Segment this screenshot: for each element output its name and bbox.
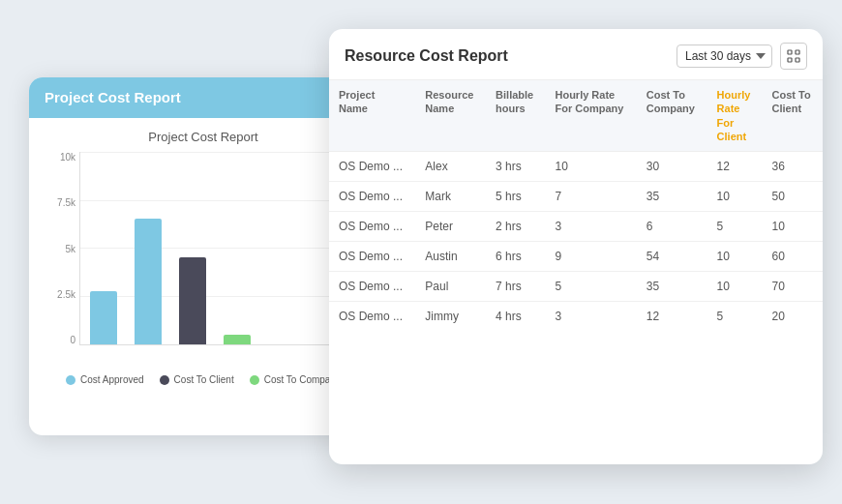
bar-group-4 (224, 335, 251, 344)
cell-billable: 6 hrs (486, 242, 545, 272)
legend-company: Cost To Company (250, 374, 341, 385)
legend-label-approved: Cost Approved (80, 374, 144, 385)
cell-project: OS Demo ... (329, 152, 415, 182)
bars-container (79, 152, 362, 345)
y-label-75k: 7.5k (57, 197, 75, 208)
table-row: OS Demo ... Mark 5 hrs 7 35 10 50 (329, 182, 823, 212)
cell-hourly-client: 5 (707, 302, 763, 332)
col-resource: ResourceName (415, 80, 486, 152)
legend-dot-approved (66, 375, 75, 385)
cell-cost-company: 54 (637, 242, 707, 272)
header-controls: Last 30 days Last 7 days Last 90 days Th… (677, 43, 807, 70)
cell-cost-company: 30 (637, 152, 707, 182)
cell-cost-company: 12 (637, 302, 707, 332)
col-cost-company: Cost ToCompany (637, 80, 707, 152)
project-card-header: Project Cost Report (29, 77, 377, 118)
cell-resource: Mark (415, 182, 486, 212)
cell-hourly-client: 10 (707, 242, 763, 272)
legend-dot-client (160, 375, 169, 385)
expand-button[interactable] (780, 43, 807, 70)
expand-icon (787, 49, 800, 63)
table-row: OS Demo ... Peter 2 hrs 3 6 5 10 (329, 212, 823, 242)
cell-project: OS Demo ... (329, 272, 415, 302)
y-label-25k: 2.5k (57, 289, 75, 300)
y-label-10k: 10k (60, 152, 75, 163)
cell-hourly-client: 10 (707, 182, 763, 212)
cell-cost-client: 60 (763, 242, 823, 272)
cell-hourly-company: 10 (545, 152, 636, 182)
cell-hourly-client: 10 (707, 272, 763, 302)
bar-group-1 (90, 291, 117, 344)
table-row: OS Demo ... Austin 6 hrs 9 54 10 60 (329, 242, 823, 272)
project-card-body: Project Cost Report 10k 7.5k 5k 2.5k 0 (29, 118, 377, 400)
cell-cost-client: 10 (763, 212, 823, 242)
chart-legend: Cost Approved Cost To Client Cost To Com… (45, 374, 362, 385)
legend-approved: Cost Approved (66, 374, 144, 385)
cell-billable: 7 hrs (486, 272, 545, 302)
cell-resource: Peter (415, 212, 486, 242)
cell-hourly-company: 5 (545, 272, 636, 302)
svg-rect-2 (788, 58, 792, 62)
cell-resource: Austin (415, 242, 486, 272)
cell-hourly-client: 5 (707, 212, 763, 242)
cell-resource: Paul (415, 272, 486, 302)
cell-billable: 3 hrs (486, 152, 545, 182)
cell-billable: 2 hrs (486, 212, 545, 242)
cell-cost-client: 50 (763, 182, 823, 212)
cell-resource: Jimmy (415, 302, 486, 332)
table-header: ProjectName ResourceName Billablehours H… (329, 80, 823, 152)
cell-billable: 4 hrs (486, 302, 545, 332)
cell-project: OS Demo ... (329, 302, 415, 332)
col-hourly-client: HourlyRateForClient (707, 80, 763, 152)
col-billable: Billablehours (486, 80, 545, 152)
col-project: ProjectName (329, 80, 415, 152)
legend-client: Cost To Client (160, 374, 234, 385)
cell-cost-client: 20 (763, 302, 823, 332)
cell-project: OS Demo ... (329, 212, 415, 242)
legend-dot-company (250, 375, 259, 385)
cell-project: OS Demo ... (329, 182, 415, 212)
bar-blue-2 (135, 219, 162, 344)
bar-dark-1 (179, 257, 206, 344)
cell-hourly-company: 3 (545, 302, 636, 332)
resource-table: ProjectName ResourceName Billablehours H… (329, 80, 823, 331)
chart-title: Project Cost Report (45, 130, 362, 144)
cell-cost-company: 35 (637, 272, 707, 302)
col-hourly-company: Hourly RateFor Company (545, 80, 636, 152)
col-cost-client: Cost ToClient (763, 80, 823, 152)
resource-card-header: Resource Cost Report Last 30 days Last 7… (329, 29, 823, 80)
legend-label-client: Cost To Client (174, 374, 234, 385)
cell-hourly-company: 9 (545, 242, 636, 272)
cell-cost-client: 36 (763, 152, 823, 182)
svg-rect-1 (796, 50, 799, 54)
cell-hourly-company: 7 (545, 182, 636, 212)
cell-cost-client: 70 (763, 272, 823, 302)
cell-cost-company: 6 (637, 212, 707, 242)
chart-area: 10k 7.5k 5k 2.5k 0 (45, 152, 362, 365)
bar-blue-1 (90, 291, 117, 344)
y-label-5k: 5k (65, 244, 75, 254)
table-row: OS Demo ... Alex 3 hrs 10 30 12 36 (329, 152, 823, 182)
table-row: OS Demo ... Paul 7 hrs 5 35 10 70 (329, 272, 823, 302)
date-range-dropdown[interactable]: Last 30 days Last 7 days Last 90 days Th… (677, 44, 772, 68)
svg-rect-3 (796, 58, 799, 62)
bar-group-2 (135, 219, 162, 344)
project-card-title: Project Cost Report (45, 89, 181, 105)
bar-group-3 (179, 257, 206, 344)
svg-rect-0 (788, 50, 792, 54)
cell-cost-company: 35 (637, 182, 707, 212)
header-row: ProjectName ResourceName Billablehours H… (329, 80, 823, 152)
table-body: OS Demo ... Alex 3 hrs 10 30 12 36 OS De… (329, 152, 823, 332)
y-axis: 10k 7.5k 5k 2.5k 0 (45, 152, 79, 345)
resource-cost-card: Resource Cost Report Last 30 days Last 7… (329, 29, 823, 464)
y-label-0: 0 (70, 335, 75, 345)
resource-card-title: Resource Cost Report (345, 47, 508, 65)
table-row: OS Demo ... Jimmy 4 hrs 3 12 5 20 (329, 302, 823, 332)
project-cost-card: Project Cost Report Project Cost Report … (29, 77, 377, 435)
cell-billable: 5 hrs (486, 182, 545, 212)
bar-green-1 (224, 335, 251, 344)
cell-hourly-company: 3 (545, 212, 636, 242)
cell-hourly-client: 12 (707, 152, 763, 182)
cell-project: OS Demo ... (329, 242, 415, 272)
cell-resource: Alex (415, 152, 486, 182)
